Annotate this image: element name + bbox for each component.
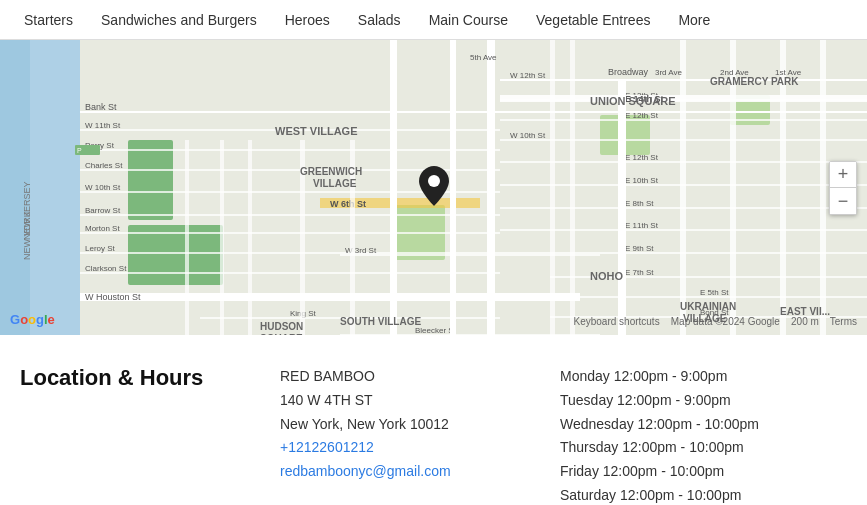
- svg-text:W 12th St: W 12th St: [510, 71, 546, 80]
- svg-text:WEST VILLAGE: WEST VILLAGE: [275, 125, 358, 137]
- svg-text:GREENWICH: GREENWICH: [300, 166, 362, 177]
- svg-text:GRAMERCY PARK: GRAMERCY PARK: [710, 76, 799, 87]
- hours-row-friday: Friday 12:00pm - 10:00pm: [560, 460, 847, 484]
- location-section: Location & Hours RED BAMBOO 140 W 4TH ST…: [0, 335, 867, 505]
- nav-item-more[interactable]: More: [664, 0, 724, 39]
- svg-text:Bank St: Bank St: [85, 102, 117, 112]
- svg-text:Barrow St: Barrow St: [85, 206, 121, 215]
- svg-text:E 12th St: E 12th St: [625, 111, 659, 120]
- svg-text:3rd Ave: 3rd Ave: [655, 68, 683, 77]
- svg-text:E 5th St: E 5th St: [700, 288, 729, 297]
- svg-text:HUDSON: HUDSON: [260, 321, 303, 332]
- zoom-out-button[interactable]: −: [830, 188, 856, 214]
- svg-text:W 11th St: W 11th St: [85, 121, 121, 130]
- main-nav: StartersSandwiches and BurgersHeroesSala…: [0, 0, 867, 40]
- svg-rect-5: [128, 225, 223, 285]
- nav-item-vegetable-entrees[interactable]: Vegetable Entrees: [522, 0, 664, 39]
- svg-text:NOHO: NOHO: [590, 270, 623, 282]
- google-logo: Google: [10, 312, 55, 327]
- svg-rect-71: [185, 140, 189, 335]
- hours-block: Monday 12:00pm - 9:00pmTuesday 12:00pm -…: [560, 365, 847, 505]
- keyboard-shortcuts-link[interactable]: Keyboard shortcuts: [573, 316, 659, 327]
- svg-text:E 11th St: E 11th St: [625, 221, 659, 230]
- zoom-in-button[interactable]: +: [830, 162, 856, 188]
- svg-text:E 7th St: E 7th St: [625, 268, 654, 277]
- hours-row-tuesday: Tuesday 12:00pm - 9:00pm: [560, 389, 847, 413]
- svg-text:E 9th St: E 9th St: [625, 244, 654, 253]
- city-state-zip: New York, New York 10012: [280, 413, 520, 437]
- svg-rect-69: [248, 140, 252, 335]
- svg-text:SQUARE: SQUARE: [260, 333, 303, 335]
- svg-text:W Houston St: W Houston St: [85, 292, 141, 302]
- svg-point-106: [428, 175, 440, 187]
- svg-text:W 10th St: W 10th St: [510, 131, 546, 140]
- svg-text:Clarkson St: Clarkson St: [85, 264, 127, 273]
- svg-text:E 12th St: E 12th St: [625, 153, 659, 162]
- svg-rect-62: [618, 80, 626, 335]
- map-data-label: Map data ©2024 Google: [671, 316, 780, 327]
- svg-rect-78: [570, 40, 575, 335]
- map-container: Bank St W 11th St Perry St Charles St W …: [0, 40, 867, 335]
- svg-rect-4: [128, 140, 173, 220]
- street-address: 140 W 4TH ST: [280, 389, 520, 413]
- svg-text:Broadway: Broadway: [608, 67, 649, 77]
- svg-text:Charles St: Charles St: [85, 161, 123, 170]
- nav-item-heroes[interactable]: Heroes: [271, 0, 344, 39]
- svg-rect-76: [820, 40, 826, 335]
- svg-text:P: P: [77, 147, 82, 154]
- hours-row-thursday: Thursday 12:00pm - 10:00pm: [560, 436, 847, 460]
- svg-text:W 10th St: W 10th St: [85, 183, 121, 192]
- svg-text:W 3rd St: W 3rd St: [345, 246, 377, 255]
- svg-text:E 8th St: E 8th St: [625, 199, 654, 208]
- nav-item-salads[interactable]: Salads: [344, 0, 415, 39]
- svg-rect-77: [550, 40, 555, 335]
- restaurant-name: RED BAMBOO: [280, 365, 520, 389]
- hours-row-saturday: Saturday 12:00pm - 10:00pm: [560, 484, 847, 505]
- map-pin: [419, 166, 449, 202]
- email-link[interactable]: redbamboonyc@gmail.com: [280, 460, 520, 484]
- svg-rect-28: [80, 293, 580, 301]
- svg-text:NEW YORK: NEW YORK: [22, 211, 32, 260]
- svg-rect-64: [487, 40, 495, 335]
- svg-text:UKRAINIAN: UKRAINIAN: [680, 301, 736, 312]
- zoom-controls: + −: [829, 161, 857, 215]
- svg-text:E 10th St: E 10th St: [625, 176, 659, 185]
- svg-rect-72: [390, 40, 397, 335]
- phone-link[interactable]: +12122601212: [280, 436, 520, 460]
- nav-item-main-course[interactable]: Main Course: [415, 0, 522, 39]
- terms-link[interactable]: Terms: [830, 316, 857, 327]
- nav-item-starters[interactable]: Starters: [10, 0, 87, 39]
- svg-text:5th Ave: 5th Ave: [470, 53, 497, 62]
- address-block: RED BAMBOO 140 W 4TH ST New York, New Yo…: [280, 365, 520, 505]
- svg-rect-66: [450, 40, 456, 335]
- hours-row-wednesday: Wednesday 12:00pm - 10:00pm: [560, 413, 847, 437]
- svg-text:W 6th St: W 6th St: [330, 199, 366, 209]
- nav-item-sandwiches-and-burgers[interactable]: Sandwiches and Burgers: [87, 0, 271, 39]
- hours-row-monday: Monday 12:00pm - 9:00pm: [560, 365, 847, 389]
- svg-text:UNION SQUARE: UNION SQUARE: [590, 95, 676, 107]
- svg-text:VILLAGE: VILLAGE: [313, 178, 357, 189]
- svg-text:Leroy St: Leroy St: [85, 244, 116, 253]
- svg-text:SOUTH VILLAGE: SOUTH VILLAGE: [340, 316, 421, 327]
- map-scale: 200 m: [791, 316, 819, 327]
- svg-rect-70: [220, 140, 224, 335]
- svg-rect-73: [680, 40, 686, 335]
- svg-text:Morton St: Morton St: [85, 224, 120, 233]
- map-attribution: Keyboard shortcuts Map data ©2024 Google…: [573, 316, 857, 327]
- location-title: Location & Hours: [20, 365, 240, 505]
